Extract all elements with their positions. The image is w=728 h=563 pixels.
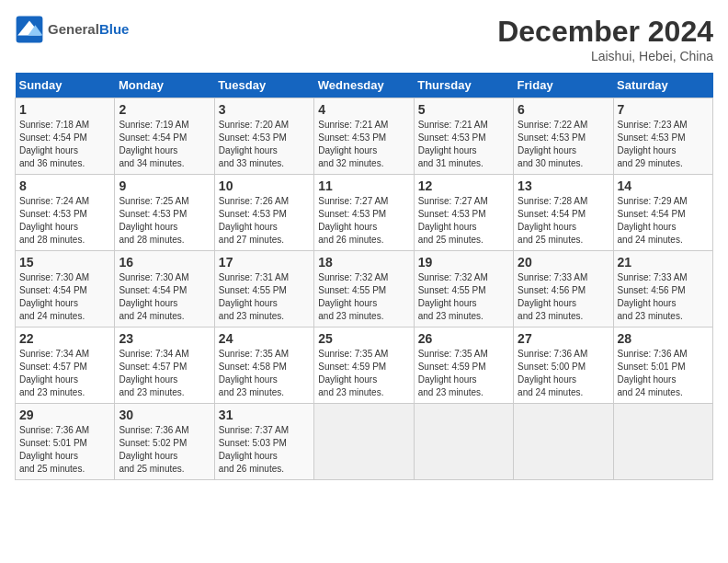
calendar-cell: 13Sunrise: 7:28 AMSunset: 4:54 PMDayligh… (514, 175, 613, 251)
day-info: Sunrise: 7:27 AMSunset: 4:53 PMDaylight … (418, 195, 509, 247)
day-info: Sunrise: 7:33 AMSunset: 4:56 PMDaylight … (618, 271, 709, 323)
day-number: 2 (119, 102, 210, 117)
day-number: 27 (518, 331, 609, 346)
calendar-week-3: 15Sunrise: 7:30 AMSunset: 4:54 PMDayligh… (16, 251, 713, 327)
location: Laishui, Hebei, China (497, 49, 713, 63)
day-info: Sunrise: 7:31 AMSunset: 4:55 PMDaylight … (219, 271, 310, 323)
calendar-cell: 20Sunrise: 7:33 AMSunset: 4:56 PMDayligh… (514, 251, 613, 327)
calendar-cell (314, 404, 414, 480)
calendar-cell: 8Sunrise: 7:24 AMSunset: 4:53 PMDaylight… (16, 175, 115, 251)
calendar-week-4: 22Sunrise: 7:34 AMSunset: 4:57 PMDayligh… (16, 327, 713, 404)
day-number: 15 (19, 255, 110, 270)
day-info: Sunrise: 7:32 AMSunset: 4:55 PMDaylight … (318, 271, 409, 323)
calendar-cell: 10Sunrise: 7:26 AMSunset: 4:53 PMDayligh… (214, 175, 313, 251)
day-info: Sunrise: 7:30 AMSunset: 4:54 PMDaylight … (19, 271, 110, 323)
month-title: December 2024 (497, 15, 713, 49)
calendar-cell: 30Sunrise: 7:36 AMSunset: 5:02 PMDayligh… (115, 404, 214, 480)
day-info: Sunrise: 7:36 AMSunset: 5:00 PMDaylight … (518, 348, 609, 399)
weekday-header-sunday: Sunday (16, 73, 115, 98)
calendar-cell: 27Sunrise: 7:36 AMSunset: 5:00 PMDayligh… (514, 327, 613, 404)
calendar-week-2: 8Sunrise: 7:24 AMSunset: 4:53 PMDaylight… (16, 175, 713, 251)
day-number: 16 (119, 255, 210, 270)
page-header: GeneralBlue December 2024 Laishui, Hebei… (15, 15, 713, 63)
calendar-body: 1Sunrise: 7:18 AMSunset: 4:54 PMDaylight… (16, 98, 713, 480)
calendar-cell (613, 404, 712, 480)
day-number: 18 (318, 255, 409, 270)
day-info: Sunrise: 7:37 AMSunset: 5:03 PMDaylight … (219, 424, 310, 476)
weekday-header-saturday: Saturday (613, 73, 712, 98)
day-info: Sunrise: 7:34 AMSunset: 4:57 PMDaylight … (19, 348, 110, 399)
calendar-week-5: 29Sunrise: 7:36 AMSunset: 5:01 PMDayligh… (16, 404, 713, 480)
day-number: 28 (618, 331, 709, 346)
day-number: 5 (418, 102, 509, 117)
calendar-cell: 12Sunrise: 7:27 AMSunset: 4:53 PMDayligh… (414, 175, 513, 251)
day-info: Sunrise: 7:23 AMSunset: 4:53 PMDaylight … (618, 119, 709, 170)
weekday-header-row: SundayMondayTuesdayWednesdayThursdayFrid… (16, 73, 713, 98)
calendar-cell: 4Sunrise: 7:21 AMSunset: 4:53 PMDaylight… (314, 98, 414, 175)
weekday-header-friday: Friday (514, 73, 613, 98)
weekday-header-monday: Monday (115, 73, 214, 98)
day-number: 10 (219, 178, 310, 193)
day-info: Sunrise: 7:22 AMSunset: 4:53 PMDaylight … (518, 119, 609, 170)
calendar-cell (414, 404, 513, 480)
calendar-cell: 24Sunrise: 7:35 AMSunset: 4:58 PMDayligh… (214, 327, 313, 404)
calendar-cell: 3Sunrise: 7:20 AMSunset: 4:53 PMDaylight… (214, 98, 313, 175)
calendar-table: SundayMondayTuesdayWednesdayThursdayFrid… (15, 73, 713, 480)
day-info: Sunrise: 7:28 AMSunset: 4:54 PMDaylight … (518, 195, 609, 247)
calendar-cell: 25Sunrise: 7:35 AMSunset: 4:59 PMDayligh… (314, 327, 414, 404)
day-info: Sunrise: 7:35 AMSunset: 4:59 PMDaylight … (318, 348, 409, 399)
day-number: 8 (19, 178, 110, 193)
day-number: 29 (19, 408, 110, 422)
day-number: 13 (518, 178, 609, 193)
day-info: Sunrise: 7:33 AMSunset: 4:56 PMDaylight … (518, 271, 609, 323)
calendar-cell: 28Sunrise: 7:36 AMSunset: 5:01 PMDayligh… (613, 327, 712, 404)
day-info: Sunrise: 7:35 AMSunset: 4:58 PMDaylight … (219, 348, 310, 399)
day-info: Sunrise: 7:36 AMSunset: 5:01 PMDaylight … (618, 348, 709, 399)
calendar-cell: 19Sunrise: 7:32 AMSunset: 4:55 PMDayligh… (414, 251, 513, 327)
calendar-cell: 14Sunrise: 7:29 AMSunset: 4:54 PMDayligh… (613, 175, 712, 251)
calendar-cell: 18Sunrise: 7:32 AMSunset: 4:55 PMDayligh… (314, 251, 414, 327)
day-number: 7 (618, 102, 709, 117)
calendar-cell: 1Sunrise: 7:18 AMSunset: 4:54 PMDaylight… (16, 98, 115, 175)
title-block: December 2024 Laishui, Hebei, China (497, 15, 713, 63)
day-number: 6 (518, 102, 609, 117)
calendar-cell: 23Sunrise: 7:34 AMSunset: 4:57 PMDayligh… (115, 327, 214, 404)
calendar-cell: 7Sunrise: 7:23 AMSunset: 4:53 PMDaylight… (613, 98, 712, 175)
day-info: Sunrise: 7:27 AMSunset: 4:53 PMDaylight … (318, 195, 409, 247)
calendar-cell: 21Sunrise: 7:33 AMSunset: 4:56 PMDayligh… (613, 251, 712, 327)
day-info: Sunrise: 7:34 AMSunset: 4:57 PMDaylight … (119, 348, 210, 399)
calendar-cell: 22Sunrise: 7:34 AMSunset: 4:57 PMDayligh… (16, 327, 115, 404)
day-info: Sunrise: 7:35 AMSunset: 4:59 PMDaylight … (418, 348, 509, 399)
day-number: 12 (418, 178, 509, 193)
day-number: 24 (219, 331, 310, 346)
weekday-header-wednesday: Wednesday (314, 73, 414, 98)
day-info: Sunrise: 7:24 AMSunset: 4:53 PMDaylight … (19, 195, 110, 247)
day-number: 30 (119, 408, 210, 422)
calendar-cell: 6Sunrise: 7:22 AMSunset: 4:53 PMDaylight… (514, 98, 613, 175)
day-number: 26 (418, 331, 509, 346)
logo-icon (15, 15, 44, 44)
day-number: 14 (618, 178, 709, 193)
calendar-cell: 16Sunrise: 7:30 AMSunset: 4:54 PMDayligh… (115, 251, 214, 327)
calendar-cell: 29Sunrise: 7:36 AMSunset: 5:01 PMDayligh… (16, 404, 115, 480)
day-info: Sunrise: 7:19 AMSunset: 4:54 PMDaylight … (119, 119, 210, 170)
day-number: 22 (19, 331, 110, 346)
day-number: 21 (618, 255, 709, 270)
day-number: 19 (418, 255, 509, 270)
day-info: Sunrise: 7:26 AMSunset: 4:53 PMDaylight … (219, 195, 310, 247)
calendar-cell: 2Sunrise: 7:19 AMSunset: 4:54 PMDaylight… (115, 98, 214, 175)
logo-text: GeneralBlue (48, 22, 129, 38)
day-info: Sunrise: 7:36 AMSunset: 5:02 PMDaylight … (119, 424, 210, 476)
day-number: 4 (318, 102, 409, 117)
calendar-cell: 26Sunrise: 7:35 AMSunset: 4:59 PMDayligh… (414, 327, 513, 404)
calendar-week-1: 1Sunrise: 7:18 AMSunset: 4:54 PMDaylight… (16, 98, 713, 175)
day-info: Sunrise: 7:21 AMSunset: 4:53 PMDaylight … (318, 119, 409, 170)
day-number: 17 (219, 255, 310, 270)
day-number: 20 (518, 255, 609, 270)
day-number: 11 (318, 178, 409, 193)
day-info: Sunrise: 7:25 AMSunset: 4:53 PMDaylight … (119, 195, 210, 247)
day-info: Sunrise: 7:21 AMSunset: 4:53 PMDaylight … (418, 119, 509, 170)
day-number: 9 (119, 178, 210, 193)
day-info: Sunrise: 7:36 AMSunset: 5:01 PMDaylight … (19, 424, 110, 476)
calendar-cell (514, 404, 613, 480)
